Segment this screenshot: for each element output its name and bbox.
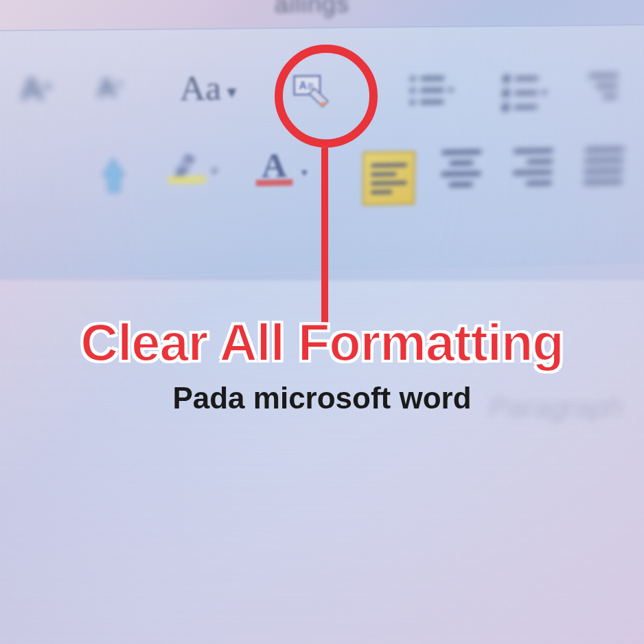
font-toolbar-row2: ab ▾ A ▾ [2, 141, 630, 229]
svg-text:ab: ab [181, 159, 192, 170]
annotation-circle [275, 45, 378, 148]
multilevel-list-button[interactable] [588, 73, 618, 98]
font-color-button[interactable]: A ▾ [255, 146, 292, 186]
annotation-line [321, 148, 328, 326]
align-left-button[interactable] [363, 151, 416, 206]
bullets-button[interactable]: ▾ [410, 76, 455, 105]
numbering-button[interactable]: ▾ [502, 74, 548, 111]
shrink-font-button[interactable]: A▾ [96, 73, 123, 103]
grow-font-button[interactable]: A▴ [19, 70, 51, 107]
annotation-title: Clear All Formatting [0, 312, 644, 372]
ribbon-tab-label[interactable]: ailings [275, 0, 349, 19]
annotation-subtitle: Pada microsoft word [0, 381, 644, 415]
align-justify-button[interactable] [584, 147, 624, 184]
change-case-button[interactable]: Aa▾ [179, 68, 237, 108]
highlight-button[interactable]: ab ▾ [168, 148, 206, 183]
align-center-button[interactable] [441, 150, 481, 187]
text-effects-button[interactable] [92, 155, 135, 201]
align-right-button[interactable] [513, 148, 553, 185]
